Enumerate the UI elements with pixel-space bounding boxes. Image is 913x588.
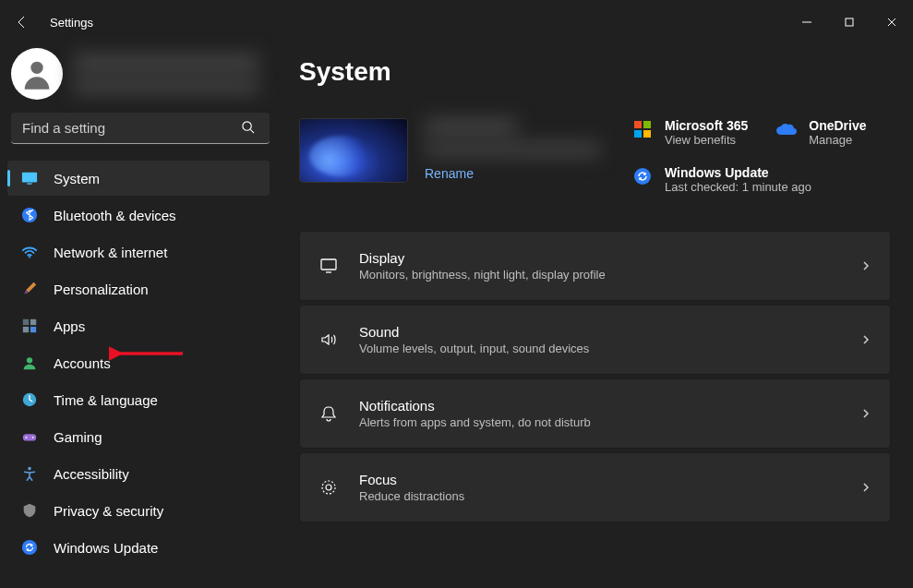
sidebar-item-label: Apps [54,318,85,334]
svg-rect-9 [23,327,29,332]
sidebar-item-label: Personalization [54,282,149,297]
sidebar-item-label: Accounts [54,355,111,371]
window-controls [786,0,913,44]
svg-rect-7 [23,319,29,325]
svg-point-14 [26,437,28,438]
nav: System Bluetooth & devices Network & int… [7,161,270,565]
svg-rect-19 [643,121,651,128]
sidebar-item-update[interactable]: Windows Update [7,530,270,565]
status-sub: Manage [809,133,866,147]
device-info-row: Rename Microsoft 365 View benefits [299,118,891,194]
svg-point-24 [322,481,335,494]
svg-point-6 [29,256,30,258]
card-display[interactable]: Display Monitors, brightness, night ligh… [299,231,891,301]
sidebar-item-privacy[interactable]: Privacy & security [7,493,270,528]
card-focus[interactable]: Focus Reduce distractions [299,452,891,522]
close-button[interactable] [871,0,913,44]
sidebar-item-accessibility[interactable]: Accessibility [7,456,270,491]
sidebar-item-bluetooth[interactable]: Bluetooth & devices [7,198,270,233]
card-title: Display [359,250,840,266]
sidebar-item-network[interactable]: Network & internet [7,234,270,270]
card-sound[interactable]: Sound Volume levels, output, input, soun… [299,305,891,375]
sidebar-item-label: Gaming [54,429,102,445]
bell-icon [318,403,339,424]
status-title: Windows Update [665,165,811,180]
status-title: OneDrive [809,118,866,133]
system-icon [20,169,39,187]
sound-icon [318,330,339,350]
status-sub: Last checked: 1 minute ago [665,180,811,194]
accessibility-icon [20,464,39,483]
card-title: Sound [359,324,840,340]
rename-link[interactable]: Rename [425,166,600,181]
minimize-button[interactable] [786,0,828,44]
settings-cards: Display Monitors, brightness, night ligh… [299,231,891,522]
sidebar-item-time[interactable]: Time & language [7,382,270,417]
svg-rect-20 [634,130,642,138]
sidebar-item-label: Time & language [54,392,158,408]
shield-icon [20,501,39,520]
titlebar: Settings [0,0,913,44]
clock-icon [20,390,39,409]
back-button[interactable] [7,7,37,37]
svg-point-11 [27,357,32,363]
gamepad-icon [20,427,39,446]
bluetooth-icon [20,206,39,224]
status-title: Microsoft 365 [665,118,748,133]
m365-icon [631,118,654,140]
device-model-redacted [425,142,600,157]
page-title: System [299,57,891,87]
chevron-right-icon [860,482,871,493]
sidebar-item-personalization[interactable]: Personalization [7,271,270,306]
update-icon [20,538,39,557]
card-sub: Volume levels, output, input, sound devi… [359,342,840,355]
card-sub: Reduce distractions [359,489,840,503]
svg-point-25 [326,485,331,490]
user-block[interactable] [7,44,270,113]
svg-point-17 [22,540,37,555]
sidebar-item-label: Privacy & security [54,503,163,519]
svg-rect-10 [30,327,36,332]
sidebar-item-label: Bluetooth & devices [54,208,176,223]
apps-icon [20,317,39,335]
sidebar-item-label: Accessibility [54,466,129,482]
card-notifications[interactable]: Notifications Alerts from apps and syste… [299,378,891,449]
avatar [11,48,63,100]
paintbrush-icon [20,280,39,298]
sidebar-item-label: Network & internet [54,245,167,260]
card-title: Notifications [359,398,840,414]
sidebar-item-apps[interactable]: Apps [7,308,270,343]
card-sub: Alerts from apps and system, do not dist… [359,415,840,429]
sidebar-item-gaming[interactable]: Gaming [7,419,270,454]
chevron-right-icon [860,334,871,345]
search-wrap [7,113,270,144]
maximize-button[interactable] [828,0,871,44]
main: System Rename Microsoft 365 View benef [277,44,913,588]
search-input[interactable] [11,113,270,144]
svg-rect-0 [846,18,853,26]
user-email-redacted [74,78,258,94]
svg-rect-3 [22,173,37,183]
svg-point-15 [32,437,34,438]
sidebar-item-label: Windows Update [54,540,158,556]
status-windows-update[interactable]: Windows Update Last checked: 1 minute ag… [631,165,811,194]
status-sub: View benefits [665,133,748,147]
focus-icon [318,477,339,498]
update-icon [631,165,654,187]
svg-rect-18 [634,121,642,128]
user-name-redacted [74,54,258,74]
sidebar-item-system[interactable]: System [7,161,270,196]
sidebar-item-accounts[interactable]: Accounts [7,345,270,380]
card-title: Focus [359,472,840,487]
app-title: Settings [50,16,93,30]
svg-point-16 [28,467,31,471]
person-icon [20,354,39,372]
chevron-right-icon [860,260,871,271]
sidebar-item-label: System [54,171,100,186]
onedrive-icon [775,118,798,140]
card-sub: Monitors, brightness, night light, displ… [359,268,840,282]
svg-point-22 [634,168,651,185]
status-onedrive[interactable]: OneDrive Manage [775,118,866,147]
status-m365[interactable]: Microsoft 365 View benefits [631,118,748,147]
svg-rect-8 [30,319,36,325]
